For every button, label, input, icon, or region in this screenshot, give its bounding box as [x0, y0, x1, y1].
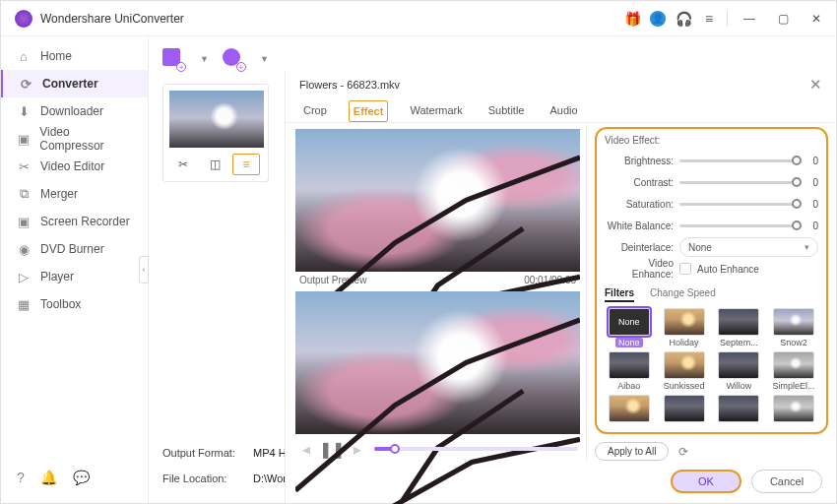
sidebar-item-player[interactable]: ▷Player: [1, 263, 148, 290]
saturation-label: Saturation:: [605, 199, 679, 210]
contrast-slider[interactable]: [679, 181, 797, 184]
brightness-slider[interactable]: [679, 159, 797, 162]
filter-thumbnail: [609, 395, 650, 422]
output-format-label: Output Format:: [162, 447, 253, 459]
tab-watermark[interactable]: Watermark: [406, 100, 466, 122]
filter-item[interactable]: Willow: [715, 351, 764, 391]
white-balance-value: 0: [805, 220, 818, 231]
compress-icon: ▣: [17, 132, 30, 147]
video-thumbnail: [169, 91, 264, 148]
effect-tool-button[interactable]: ≡: [232, 154, 260, 175]
white-balance-slider[interactable]: [679, 224, 797, 227]
filter-thumbnail: [773, 308, 814, 336]
filter-item[interactable]: NoneNone: [605, 308, 654, 347]
sidebar-item-dvd-burner[interactable]: ◉DVD Burner: [1, 235, 148, 263]
saturation-slider[interactable]: [679, 203, 797, 206]
filter-label: Willow: [726, 381, 751, 391]
filter-item[interactable]: [660, 395, 709, 424]
add-folder-button[interactable]: +: [223, 48, 244, 70]
tab-subtitle[interactable]: Subtitle: [484, 100, 529, 122]
preview-column: Output Preview 00:01/00:06 ◂ ❚❚ ▸: [286, 123, 586, 462]
contrast-label: Contrast:: [605, 177, 679, 188]
sidebar: ⌂Home ⟳Converter ⬇Downloader ▣Video Comp…: [1, 36, 149, 503]
filter-thumbnail: [664, 351, 705, 379]
filter-item[interactable]: Snow2: [769, 308, 818, 347]
filter-item[interactable]: [769, 395, 818, 424]
sidebar-item-converter[interactable]: ⟳Converter: [1, 70, 148, 97]
filter-item[interactable]: Aibao: [605, 351, 654, 391]
help-icon[interactable]: ?: [17, 470, 25, 485]
filter-label: Septem...: [720, 338, 758, 347]
sidebar-item-video-compressor[interactable]: ▣Video Compressor: [1, 125, 148, 153]
close-icon[interactable]: ✕: [809, 76, 822, 94]
chevron-down-icon[interactable]: ▼: [200, 54, 209, 64]
hamburger-menu-icon[interactable]: ≡: [701, 11, 717, 27]
sidebar-item-screen-recorder[interactable]: ▣Screen Recorder: [1, 208, 148, 235]
tab-audio[interactable]: Audio: [546, 100, 581, 122]
sidebar-item-video-editor[interactable]: ✂Video Editor: [1, 153, 148, 180]
filter-item[interactable]: SimpleEl...: [769, 351, 818, 391]
filter-label: Holiday: [670, 338, 699, 347]
cut-tool-button[interactable]: ✂: [169, 154, 197, 175]
filter-item[interactable]: Holiday: [660, 308, 709, 347]
brightness-value: 0: [805, 156, 818, 166]
user-icon[interactable]: 👤: [650, 11, 666, 27]
crop-tool-button[interactable]: ◫: [201, 154, 228, 175]
filter-item[interactable]: Septem...: [715, 308, 764, 347]
subtab-filters[interactable]: Filters: [605, 285, 634, 302]
bell-icon[interactable]: 🔔: [40, 470, 57, 485]
toolbox-icon: ▦: [17, 297, 31, 312]
app-title: Wondershare UniConverter: [40, 12, 184, 26]
sidebar-item-label: Home: [40, 49, 72, 63]
filter-item[interactable]: Sunkissed: [660, 351, 709, 391]
close-window-button[interactable]: ✕: [805, 11, 828, 27]
filter-item[interactable]: [605, 395, 654, 424]
sidebar-item-merger[interactable]: ⧉Merger: [1, 180, 148, 208]
conversion-card[interactable]: ✂ ◫ ≡: [162, 84, 269, 182]
refresh-icon[interactable]: ⟳: [678, 445, 688, 459]
download-icon: ⬇: [17, 104, 31, 119]
white-balance-label: White Balance:: [605, 220, 679, 231]
ok-button[interactable]: OK: [671, 470, 741, 493]
modal-title: Flowers - 66823.mkv: [299, 79, 400, 91]
sidebar-item-home[interactable]: ⌂Home: [1, 42, 148, 70]
sidebar-item-toolbox[interactable]: ▦Toolbox: [1, 290, 148, 318]
deinterlace-select[interactable]: None▾: [679, 237, 818, 257]
gift-icon[interactable]: 🎁: [624, 11, 640, 27]
chevron-down-icon: ▾: [805, 242, 809, 252]
filter-thumbnail: [664, 308, 705, 336]
titlebar: Wondershare UniConverter 🎁 👤 🎧 ≡ — ▢ ✕: [1, 1, 836, 36]
sidebar-item-downloader[interactable]: ⬇Downloader: [1, 97, 148, 125]
chevron-down-icon[interactable]: ▼: [260, 54, 269, 64]
tab-effect[interactable]: Effect: [349, 100, 389, 122]
deinterlace-label: Deinterlace:: [605, 242, 679, 253]
filter-label: Snow2: [780, 338, 807, 347]
editor-icon: ✂: [17, 159, 31, 174]
home-icon: ⌂: [17, 49, 31, 64]
filter-item[interactable]: [715, 395, 764, 424]
video-enhance-label: Video Enhance:: [605, 258, 679, 280]
headset-icon[interactable]: 🎧: [676, 11, 691, 27]
subtab-change-speed[interactable]: Change Speed: [650, 285, 716, 302]
apply-to-all-button[interactable]: Apply to All: [595, 442, 669, 461]
add-file-button[interactable]: +: [162, 48, 184, 70]
tab-crop[interactable]: Crop: [299, 100, 331, 122]
sidebar-item-label: Player: [40, 270, 74, 284]
converter-icon: ⟳: [19, 77, 32, 92]
cancel-button[interactable]: Cancel: [751, 470, 822, 493]
playback-slider[interactable]: [374, 447, 578, 451]
chat-icon[interactable]: 💬: [73, 470, 90, 485]
auto-enhance-checkbox[interactable]: [679, 263, 691, 275]
maximize-button[interactable]: ▢: [771, 11, 795, 27]
filter-label: Aibao: [617, 381, 640, 391]
contrast-value: 0: [805, 177, 818, 188]
effect-column: Video Effect: Brightness: 0 Contrast: 0: [586, 123, 836, 462]
filter-none-overlay: None: [610, 309, 649, 335]
filter-label: None: [615, 338, 643, 347]
filter-thumbnail: [773, 351, 814, 379]
sidebar-item-label: Screen Recorder: [40, 215, 130, 228]
minimize-button[interactable]: —: [738, 11, 761, 27]
filter-thumbnail: [718, 308, 759, 336]
file-location-label: File Location:: [162, 472, 253, 484]
sidebar-collapse-handle[interactable]: ‹: [139, 256, 149, 284]
